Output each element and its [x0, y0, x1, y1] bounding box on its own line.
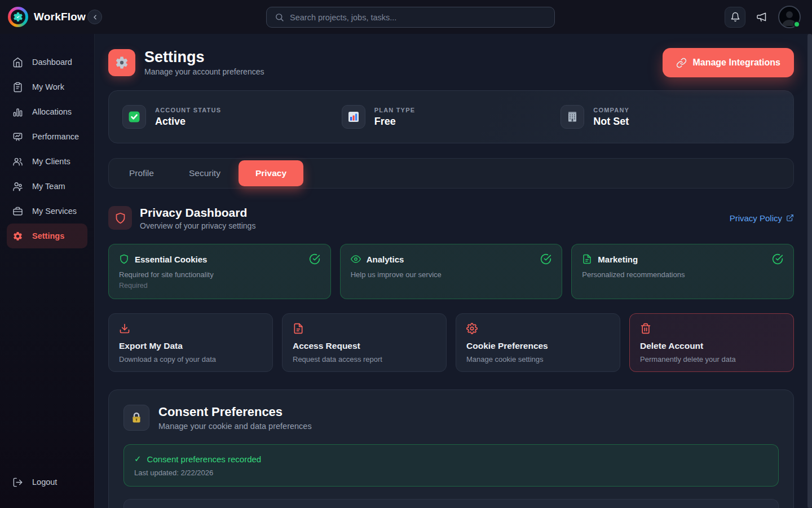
action-description: Manage cookie settings: [466, 355, 610, 364]
settings-tabs: Profile Security Privacy: [108, 158, 794, 189]
section-title: Privacy Dashboard: [140, 206, 255, 220]
action-description: Permanently delete your data: [640, 355, 783, 364]
status-item-account: ACCOUNT STATUS Active: [122, 105, 342, 129]
download-icon: [119, 323, 262, 334]
consent-option-row[interactable]: [123, 499, 779, 508]
action-title: Export My Data: [119, 341, 262, 351]
cookie-description: Personalized recommendations: [582, 270, 783, 279]
action-description: Request data access report: [293, 355, 436, 364]
file-text-icon: [293, 323, 436, 334]
action-description: Download a copy of your data: [119, 355, 262, 364]
cookie-card-essential[interactable]: Essential Cookies Required for site func…: [108, 244, 331, 299]
check-badge-icon: [122, 105, 146, 129]
clients-icon: [12, 156, 23, 167]
sidebar-item-label: My Team: [32, 182, 65, 191]
cookie-description: Required for site functionality: [119, 270, 320, 279]
file-text-icon: [582, 254, 592, 264]
check-icon: ✓: [134, 454, 142, 464]
settings-page-icon: [108, 49, 135, 76]
action-title: Delete Account: [640, 341, 783, 351]
check-circle-icon: [309, 253, 320, 265]
search-input[interactable]: [290, 13, 546, 22]
consent-status-banner: ✓ Consent preferences recorded Last upda…: [123, 444, 779, 487]
logout-icon: [12, 477, 23, 488]
page-subtitle: Manage your account preferences: [144, 67, 264, 76]
megaphone-icon: [756, 11, 768, 23]
online-status-dot: [793, 21, 800, 28]
presentation-chart-icon: [12, 132, 23, 142]
status-value: Active: [155, 116, 221, 128]
shield-icon: [108, 206, 132, 230]
global-search[interactable]: [266, 7, 555, 28]
lock-icon: [123, 405, 149, 431]
tab-security[interactable]: Security: [172, 160, 237, 186]
gear-outline-icon: [466, 323, 610, 334]
chevron-left-icon: [91, 14, 99, 21]
status-item-company: COMPANY Not Set: [561, 105, 780, 129]
consent-last-updated: Last updated: 2/22/2026: [134, 468, 768, 477]
eye-icon: [351, 254, 361, 264]
sidebar-item-my-work[interactable]: My Work: [7, 75, 87, 99]
consent-title: Consent Preferences: [158, 405, 312, 419]
bar-chart-emoji-icon: [342, 105, 365, 129]
home-icon: [12, 57, 23, 68]
section-subtitle: Overview of your privacy settings: [140, 221, 255, 230]
logout-button[interactable]: Logout: [7, 470, 87, 494]
consent-preferences-card: Consent Preferences Manage your cookie a…: [108, 389, 794, 508]
check-circle-icon: [772, 253, 783, 265]
workflow-logo-icon: [8, 7, 28, 27]
sidebar-item-my-team[interactable]: My Team: [7, 174, 87, 199]
announcements-button[interactable]: [756, 11, 768, 23]
sidebar-item-performance[interactable]: Performance: [7, 124, 87, 149]
sidebar-item-label: My Clients: [32, 157, 70, 166]
sidebar-item-label: Allocations: [32, 107, 72, 116]
cookie-note: Required: [119, 282, 320, 290]
scrollbar[interactable]: [807, 34, 812, 508]
manage-integrations-button[interactable]: Manage Integrations: [663, 48, 794, 77]
export-data-card[interactable]: Export My Data Download a copy of your d…: [108, 313, 273, 372]
status-label: COMPANY: [593, 107, 629, 113]
action-title: Access Request: [293, 341, 436, 351]
notifications-button[interactable]: [725, 7, 745, 28]
sidebar-item-label: Dashboard: [32, 58, 72, 67]
cookie-card-analytics[interactable]: Analytics Help us improve our service: [340, 244, 563, 299]
status-value: Free: [374, 116, 416, 128]
privacy-policy-link[interactable]: Privacy Policy: [730, 213, 794, 223]
search-icon: [275, 12, 284, 22]
cookie-title: Essential Cookies: [135, 255, 303, 264]
bell-icon: [730, 12, 740, 22]
sidebar-item-dashboard[interactable]: Dashboard: [7, 50, 87, 75]
cookie-card-marketing[interactable]: Marketing Personalized recommendations: [571, 244, 794, 299]
access-request-card[interactable]: Access Request Request data access repor…: [282, 313, 447, 372]
sidebar: Dashboard My Work Allocations Performanc…: [0, 34, 95, 508]
page-title: Settings: [144, 49, 264, 66]
brand: WorkFlow: [0, 7, 95, 27]
action-title: Cookie Preferences: [466, 341, 610, 351]
sidebar-collapse-button[interactable]: [87, 10, 102, 24]
tab-privacy[interactable]: Privacy: [239, 160, 303, 186]
scrollbar-thumb[interactable]: [807, 34, 812, 508]
building-icon: [561, 105, 584, 129]
briefcase-icon: [12, 206, 23, 217]
sidebar-item-label: My Work: [32, 82, 64, 91]
clipboard-icon: [12, 82, 23, 93]
sidebar-item-settings[interactable]: Settings: [7, 224, 87, 248]
topbar: WorkFlow: [0, 0, 812, 34]
delete-account-card[interactable]: Delete Account Permanently delete your d…: [629, 313, 794, 372]
status-label: PLAN TYPE: [374, 107, 416, 113]
sidebar-item-allocations[interactable]: Allocations: [7, 99, 87, 124]
check-circle-icon: [540, 253, 551, 265]
tab-profile[interactable]: Profile: [112, 160, 171, 186]
trash-icon: [640, 323, 783, 334]
account-status-strip: ACCOUNT STATUS Active PLAN TYPE Free C: [108, 90, 794, 143]
sidebar-item-my-clients[interactable]: My Clients: [7, 149, 87, 174]
sidebar-item-label: Settings: [32, 231, 64, 240]
cookie-preferences-card[interactable]: Cookie Preferences Manage cookie setting…: [456, 313, 620, 372]
status-label: ACCOUNT STATUS: [155, 107, 221, 113]
sidebar-item-label: Performance: [32, 132, 79, 141]
avatar[interactable]: [778, 6, 801, 28]
link-icon: [676, 58, 687, 68]
team-icon: [12, 181, 23, 192]
sidebar-item-my-services[interactable]: My Services: [7, 199, 87, 224]
consent-status-message: Consent preferences recorded: [147, 454, 262, 464]
